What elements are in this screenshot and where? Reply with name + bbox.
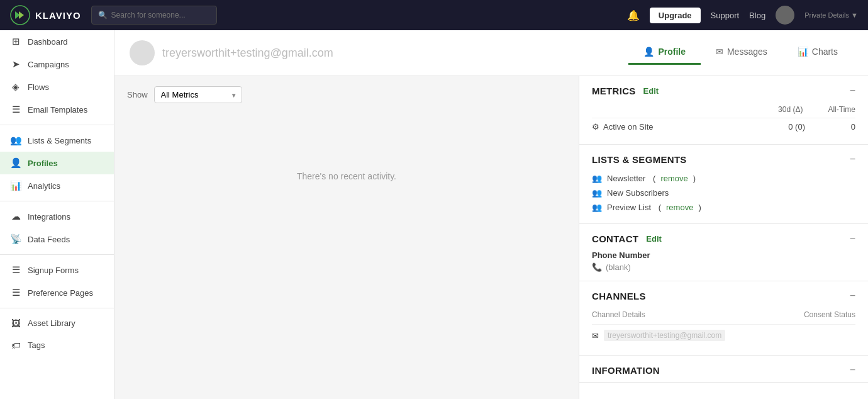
support-link[interactable]: Support	[711, 11, 740, 20]
contact-card-header: CONTACT Edit −	[579, 224, 868, 250]
metrics-title: METRICS	[592, 86, 636, 96]
klaviyo-logo-icon	[10, 5, 30, 25]
sidebar-divider-2	[0, 201, 114, 201]
preference-pages-icon: ☰	[10, 287, 21, 298]
email-templates-icon: ☰	[10, 104, 21, 115]
sidebar-item-tags[interactable]: 🏷 Tags	[0, 334, 114, 356]
flows-icon: ◈	[10, 81, 21, 93]
contact-collapse-icon[interactable]: −	[850, 233, 855, 244]
lists-segments-collapse-icon[interactable]: −	[850, 154, 855, 165]
contact-card: CONTACT Edit − Phone Number 📞 (blank)	[579, 224, 868, 281]
sidebar-item-data-feeds[interactable]: 📡 Data Feeds	[0, 228, 114, 250]
profile-avatar	[130, 40, 155, 65]
logo[interactable]: KLAVIYO	[10, 5, 81, 25]
sidebar-item-lists-segments[interactable]: 👥 Lists & Segments	[0, 129, 114, 152]
contact-edit-link[interactable]: Edit	[646, 234, 662, 244]
sidebar-item-dashboard[interactable]: ⊞ Dashboard	[0, 30, 114, 53]
topnav-right: 🔔 Upgrade Support Blog Private Details ▼	[627, 6, 858, 25]
phone-number-value: 📞 (blank)	[592, 262, 855, 272]
lists-segments-card: LISTS & SEGMENTS − 👥 Newsletter ( remove…	[579, 145, 868, 224]
sidebar-item-label: Email Templates	[28, 105, 87, 115]
data-feeds-icon: 📡	[10, 233, 21, 245]
metrics-header-row: 30d (Δ) All-Time	[592, 103, 855, 118]
lists-segments-icon: 👥	[10, 135, 21, 146]
profile-tabs: 👤 Profile ✉ Messages 📊 Charts	[628, 40, 853, 65]
list-icon-2: 👥	[592, 188, 602, 198]
klaviyo-logo-text: KLAVIYO	[35, 10, 81, 21]
search-input[interactable]	[111, 11, 210, 20]
notifications-icon[interactable]: 🔔	[627, 9, 640, 21]
analytics-icon: 📊	[10, 180, 21, 191]
lists-segments-title: LISTS & SEGMENTS	[592, 154, 687, 165]
phone-blank-value: (blank)	[606, 262, 631, 272]
show-bar: Show All Metrics Email SMS ▼	[127, 86, 566, 103]
upgrade-button[interactable]: Upgrade	[650, 8, 701, 23]
metrics-row-label: ⚙ Active on Site	[592, 122, 755, 132]
sidebar-item-analytics[interactable]: 📊 Analytics	[0, 174, 114, 197]
active-on-site-icon: ⚙	[592, 122, 599, 132]
list-label-preview: Preview List	[607, 203, 651, 212]
metrics-edit-link[interactable]: Edit	[643, 86, 659, 96]
sidebar-item-profiles[interactable]: 👤 Profiles	[0, 152, 114, 174]
profile-email: treyersworthit+testing@gmail.com	[162, 47, 333, 60]
contact-title-row: CONTACT Edit	[592, 233, 662, 244]
profile-tab-icon: 👤	[643, 47, 654, 57]
tab-profile[interactable]: 👤 Profile	[628, 40, 701, 65]
metrics-collapse-icon[interactable]: −	[850, 85, 855, 96]
profile-header: treyersworthit+testing@gmail.com 👤 Profi…	[114, 30, 868, 76]
tab-charts[interactable]: 📊 Charts	[782, 40, 853, 65]
information-collapse-icon[interactable]: −	[850, 364, 855, 376]
metrics-val2: 0	[805, 122, 855, 132]
blog-link[interactable]: Blog	[749, 11, 765, 20]
remove-preview-link[interactable]: remove	[666, 203, 693, 212]
sidebar-item-integrations[interactable]: ☁ Integrations	[0, 205, 114, 228]
phone-number-label: Phone Number	[592, 250, 855, 260]
dashboard-icon: ⊞	[10, 36, 21, 47]
avatar[interactable]	[776, 6, 794, 25]
lists-segments-card-header: LISTS & SEGMENTS −	[579, 145, 868, 171]
sidebar-item-preference-pages[interactable]: ☰ Preference Pages	[0, 281, 114, 304]
no-activity-message: There's no recent activity.	[127, 113, 566, 239]
remove-newsletter-link[interactable]: remove	[660, 174, 687, 183]
email-channel-icon: ✉	[592, 331, 599, 340]
channels-title: CHANNELS	[592, 291, 646, 301]
phone-icon: 📞	[592, 262, 602, 272]
metrics-card-body: 30d (Δ) All-Time ⚙ Active on Site 0 (0) …	[579, 103, 868, 144]
search-bar[interactable]: 🔍	[91, 6, 217, 25]
sidebar-item-label: Preference Pages	[28, 288, 93, 298]
sidebar-item-signup-forms[interactable]: ☰ Signup Forms	[0, 259, 114, 281]
list-label-newsletter: Newsletter	[607, 174, 645, 183]
profile-info: treyersworthit+testing@gmail.com	[130, 40, 333, 76]
metrics-data-row: ⚙ Active on Site 0 (0) 0	[592, 118, 855, 135]
tab-profile-label: Profile	[658, 47, 686, 57]
sidebar-item-email-templates[interactable]: ☰ Email Templates	[0, 98, 114, 121]
activity-filter-select[interactable]: All Metrics Email SMS	[154, 86, 242, 103]
list-item: 👥 Newsletter ( remove )	[592, 171, 855, 186]
list-icon-3: 👥	[592, 203, 602, 212]
signup-forms-icon: ☰	[10, 264, 21, 276]
metrics-title-row: METRICS Edit	[592, 86, 659, 96]
sidebar-divider-1	[0, 125, 114, 125]
main-layout: ⊞ Dashboard ➤ Campaigns ◈ Flows ☰ Email …	[0, 30, 868, 399]
sidebar-item-flows[interactable]: ◈ Flows	[0, 76, 114, 98]
tab-messages[interactable]: ✉ Messages	[701, 40, 782, 65]
metrics-col1-header: 30d (Δ)	[778, 105, 803, 114]
contact-card-body: Phone Number 📞 (blank)	[579, 250, 868, 281]
channels-col2: Consent Status	[804, 310, 855, 319]
sidebar-item-campaigns[interactable]: ➤ Campaigns	[0, 53, 114, 76]
sidebar-item-label: Campaigns	[28, 60, 69, 69]
sidebar-item-asset-library[interactable]: 🖼 Asset Library	[0, 312, 114, 334]
channel-row: ✉ treyersworthit+testing@gmail.com	[592, 325, 855, 346]
top-nav: KLAVIYO 🔍 🔔 Upgrade Support Blog Private…	[0, 0, 868, 30]
integrations-icon: ☁	[10, 211, 21, 222]
lists-segments-card-body: 👥 Newsletter ( remove ) 👥 New Subscriber…	[579, 171, 868, 223]
sidebar-item-label: Lists & Segments	[28, 136, 91, 145]
filter-select-wrapper: All Metrics Email SMS ▼	[154, 86, 242, 103]
channels-collapse-icon[interactable]: −	[850, 290, 855, 301]
tab-charts-label: Charts	[812, 47, 838, 57]
metrics-col2-header: All-Time	[828, 105, 855, 114]
search-icon: 🔍	[98, 11, 108, 20]
channels-cols-header: Channel Details Consent Status	[592, 308, 855, 325]
list-icon-1: 👥	[592, 174, 602, 183]
main-content: treyersworthit+testing@gmail.com 👤 Profi…	[114, 30, 868, 399]
